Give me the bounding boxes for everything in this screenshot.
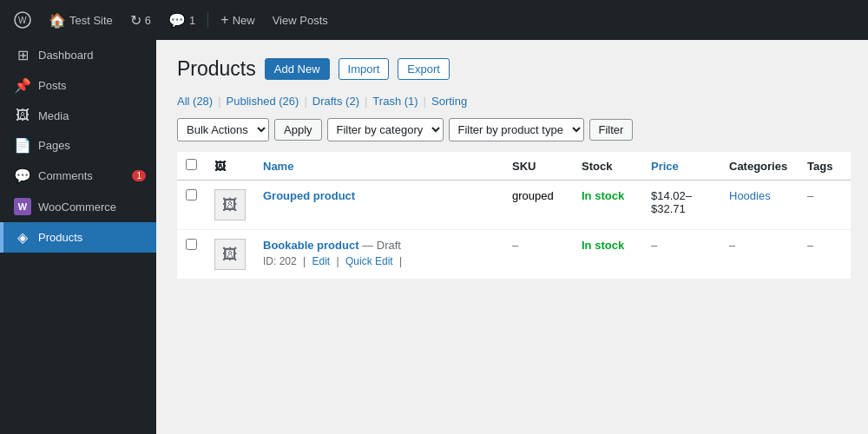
stock-value: In stock xyxy=(582,239,624,252)
row-price-cell: – xyxy=(642,230,720,279)
table-row: 🖼 Grouped product grouped In stock $14.0… xyxy=(177,181,851,230)
svg-text:W: W xyxy=(18,16,27,25)
products-table: 🖼 Name SKU Stock Price Categories Tags xyxy=(177,152,851,279)
updates-icon: ↻ xyxy=(130,12,141,29)
filter-tab-published[interactable]: Published (26) xyxy=(227,95,299,108)
adminbar-comments[interactable]: 💬 1 xyxy=(161,0,202,40)
row-thumbnail-cell: 🖼 xyxy=(206,181,254,230)
apply-button[interactable]: Apply xyxy=(274,119,322,141)
pages-icon: 📄 xyxy=(14,137,31,154)
export-button[interactable]: Export xyxy=(398,58,450,80)
row-name-cell: Grouped product xyxy=(254,181,503,230)
categories-value: – xyxy=(729,239,735,252)
comments-icon: 💬 xyxy=(168,12,186,29)
th-price[interactable]: Price xyxy=(642,152,720,181)
woo-icon: W xyxy=(14,198,31,215)
comments-badge: 1 xyxy=(132,170,146,181)
row-stock-cell: In stock xyxy=(573,230,642,279)
filter-tabs: All (28) | Published (26) | Drafts (2) |… xyxy=(177,95,851,108)
sidebar: ⊞ Dashboard 📌 Posts 🖼 Media 📄 Pages 💬 Co… xyxy=(0,40,156,434)
sidebar-item-dashboard[interactable]: ⊞ Dashboard xyxy=(0,40,156,70)
posts-icon: 📌 xyxy=(14,77,31,94)
image-icon: 🖼 xyxy=(214,160,226,173)
price-value: – xyxy=(651,239,657,252)
sidebar-item-products[interactable]: ◈ Products xyxy=(0,222,156,253)
row-checkbox-cell xyxy=(177,181,206,230)
draft-label: — Draft xyxy=(362,239,401,252)
row-checkbox[interactable] xyxy=(186,239,197,250)
wp-logo[interactable]: W xyxy=(7,0,38,40)
th-checkbox xyxy=(177,152,206,181)
table-row: 🖼 Bookable product — Draft ID: 202 | Edi… xyxy=(177,230,851,279)
row-price-cell: $14.02–$32.71 xyxy=(642,181,720,230)
tags-value: – xyxy=(807,189,813,202)
row-categories-cell: – xyxy=(720,230,799,279)
th-thumbnail: 🖼 xyxy=(206,152,254,181)
products-icon: ◈ xyxy=(14,229,31,246)
row-id: ID: 202 xyxy=(263,255,297,267)
price-value: $14.02–$32.71 xyxy=(651,189,692,215)
row-actions: ID: 202 | Edit | Quick Edit | xyxy=(263,255,495,267)
row-tags-cell: – xyxy=(799,181,851,230)
stock-value: In stock xyxy=(582,189,624,202)
row-sku-cell: – xyxy=(503,230,573,279)
plus-icon: + xyxy=(220,12,228,28)
row-sku-cell: grouped xyxy=(503,181,573,230)
th-stock: Stock xyxy=(573,152,642,181)
page-header: Products Add New Import Export xyxy=(177,57,851,81)
adminbar-updates[interactable]: ↻ 6 xyxy=(123,0,158,40)
add-new-button[interactable]: Add New xyxy=(265,58,330,80)
home-icon: 🏠 xyxy=(49,12,66,29)
placeholder-icon: 🖼 xyxy=(222,246,238,264)
adminbar-site[interactable]: 🏠 Test Site xyxy=(42,0,120,40)
media-icon: 🖼 xyxy=(14,108,31,123)
row-checkbox[interactable] xyxy=(186,189,197,201)
filter-tab-trash[interactable]: Trash (1) xyxy=(372,95,418,108)
filter-tab-all[interactable]: All (28) xyxy=(177,95,213,108)
row-tags-cell: – xyxy=(799,230,851,279)
sidebar-item-posts[interactable]: 📌 Posts xyxy=(0,70,156,101)
edit-link[interactable]: Edit xyxy=(312,255,331,267)
row-checkbox-cell xyxy=(177,230,206,279)
bulk-actions-select[interactable]: Bulk Actions xyxy=(177,118,269,141)
filter-tab-sorting[interactable]: Sorting xyxy=(431,95,467,108)
sku-value: – xyxy=(512,239,518,252)
th-categories: Categories xyxy=(720,152,799,181)
quick-edit-link[interactable]: Quick Edit xyxy=(345,255,393,267)
filter-category-select[interactable]: Filter by category xyxy=(327,118,444,141)
filter-tab-drafts[interactable]: Drafts (2) xyxy=(312,95,359,108)
product-thumbnail: 🖼 xyxy=(214,239,246,270)
adminbar-separator xyxy=(207,11,208,29)
select-all-checkbox[interactable] xyxy=(186,159,197,170)
adminbar-view-posts[interactable]: View Posts xyxy=(266,0,335,40)
product-thumbnail: 🖼 xyxy=(214,189,246,220)
page-title: Products xyxy=(177,57,256,81)
placeholder-icon: 🖼 xyxy=(222,196,238,214)
sidebar-item-pages[interactable]: 📄 Pages xyxy=(0,130,156,161)
row-categories-cell: Hoodies xyxy=(720,181,799,230)
product-name-link[interactable]: Bookable product xyxy=(263,239,359,252)
dashboard-icon: ⊞ xyxy=(14,47,31,63)
adminbar-new[interactable]: + New xyxy=(214,0,261,40)
category-link[interactable]: Hoodies xyxy=(729,189,771,202)
th-sku: SKU xyxy=(503,152,573,181)
sidebar-item-comments[interactable]: 💬 Comments 1 xyxy=(0,161,156,191)
sidebar-item-woocommerce[interactable]: W WooCommerce xyxy=(0,191,156,222)
th-tags: Tags xyxy=(799,152,851,181)
filter-type-select[interactable]: Filter by product type xyxy=(449,118,584,141)
th-name[interactable]: Name xyxy=(254,152,503,181)
sku-value: grouped xyxy=(512,189,554,202)
action-bar: Bulk Actions Apply Filter by category Fi… xyxy=(177,118,851,141)
row-name-cell: Bookable product — Draft ID: 202 | Edit … xyxy=(254,230,503,279)
row-stock-cell: In stock xyxy=(573,181,642,230)
row-thumbnail-cell: 🖼 xyxy=(206,230,254,279)
product-name-link[interactable]: Grouped product xyxy=(263,189,355,202)
main-content: Products Add New Import Export All (28) … xyxy=(156,40,868,434)
tags-value: – xyxy=(807,239,813,252)
filter-button[interactable]: Filter xyxy=(589,119,634,141)
import-button[interactable]: Import xyxy=(339,58,390,80)
comments-nav-icon: 💬 xyxy=(14,168,31,184)
sidebar-item-media[interactable]: 🖼 Media xyxy=(0,101,156,130)
admin-bar: W 🏠 Test Site ↻ 6 💬 1 + New View Posts xyxy=(0,0,868,40)
